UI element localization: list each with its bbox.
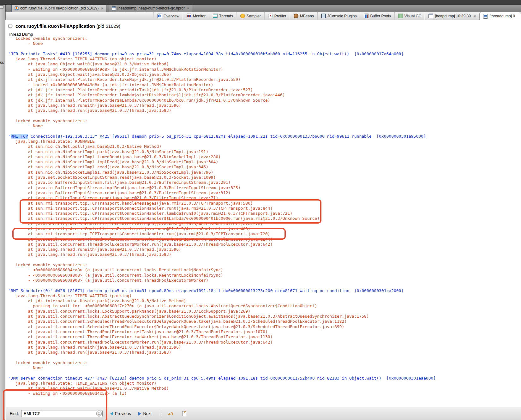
application-header: com.ruoyi.file.RuoYiFileApplication (pid… <box>6 20 521 32</box>
stack-trace-line: at sun.rmi.transport.tcp.TCPTransport$Co… <box>8 216 521 221</box>
stack-trace-line: at java.io.BufferedInputStream.fill(java… <box>8 180 521 185</box>
stack-trace-line <box>8 257 521 262</box>
stack-trace-line: java.lang.Thread.State: TIMED_WAITING (p… <box>8 293 521 298</box>
close-icon[interactable]: × <box>101 6 103 10</box>
stack-trace-line: at java.lang.Thread.run(java.base@21.0.3… <box>8 252 521 257</box>
sampler-icon <box>240 14 245 18</box>
match-case-icon[interactable]: aA <box>168 411 173 416</box>
mbeans-icon <box>294 14 298 18</box>
toolbar-item-label: Overview <box>164 14 179 18</box>
tab-heapdump[interactable]: [heapdump] heap-dump-before-gc.hprof × <box>109 5 192 12</box>
toolbar-item-label: [threaddump] 0 <box>489 14 515 18</box>
search-match-highlight: RMI TCP <box>11 134 28 139</box>
java-application-icon <box>15 6 19 10</box>
stack-trace-line: at java.io.FilterInputStream.read(java.b… <box>8 195 521 201</box>
stack-trace-line: at sun.nio.ch.NioSocketImpl.implRead(jav… <box>8 159 521 165</box>
toolbar-item-mbeans[interactable]: MBeans <box>290 12 317 20</box>
monitor-icon <box>187 14 191 18</box>
stack-trace-line: at java.util.concurrent.ThreadPoolExecut… <box>8 329 521 334</box>
toolbar-item-label: [heapdump] 10:39:39 <box>435 14 470 18</box>
stack-trace-line: - <0x0000000686004ca8> (a java.util.conc… <box>8 267 521 273</box>
toolbar-item-jconsole-plugins[interactable]: JConsole Plugins <box>317 12 360 20</box>
stack-trace-line: at java.util.concurrent.ScheduledThreadP… <box>8 319 521 324</box>
panel-title: Thread Dump <box>8 32 33 37</box>
close-icon[interactable]: × <box>187 6 189 10</box>
stack-trace-line: at java.lang.Object.wait0(java.base@21.0… <box>8 62 521 67</box>
toolbar-item--threaddump-0[interactable]: [threaddump] 0 <box>479 12 521 20</box>
toolbar-item-sampler[interactable]: Sampler <box>237 12 264 20</box>
stack-trace-line: at java.lang.Thread.run(java.base@21.0.3… <box>8 108 521 113</box>
loading-spinner-icon <box>8 24 13 28</box>
next-button[interactable]: Next <box>138 411 152 416</box>
find-input[interactable]: RMI TCP ˄˅ <box>21 410 103 417</box>
stack-trace-line: at sun.rmi.transport.tcp.TCPTransport$Co… <box>8 206 521 211</box>
find-bar: Find: RMI TCP ˄˅ Previous Next aA <box>6 407 521 420</box>
stack-trace-line: at sun.nio.ch.Net.poll(java.base@21.0.3/… <box>8 144 521 149</box>
toolbar-item-visual-gc[interactable]: Visual GC <box>394 12 425 20</box>
background-window-strip <box>0 5 5 420</box>
stack-trace-line: - waiting on <0x00000006860d49d8> (a jdk… <box>8 67 521 72</box>
stack-trace-line: at java.util.concurrent.ThreadPoolExecut… <box>8 340 521 345</box>
toolbar-separator <box>160 410 160 417</box>
stack-trace-line: java.lang.Thread.State: RUNNABLE <box>8 139 521 144</box>
thread-dump-text[interactable]: Locked ownable synchronizers: - None "JF… <box>6 36 521 407</box>
stack-trace-line: at java.lang.Thread.runWith(java.base@21… <box>8 345 521 350</box>
find-input-value: RMI TCP <box>24 411 40 416</box>
highlight-results-icon[interactable] <box>182 411 186 416</box>
stack-trace-line <box>8 129 521 134</box>
stack-trace-line <box>8 283 521 288</box>
toolbar-item-monitor[interactable]: Monitor <box>183 12 209 20</box>
toolbar-item-threads[interactable]: Threads <box>209 12 237 20</box>
stack-trace-line: - <0x000000068600a908> (a java.util.conc… <box>8 278 521 283</box>
toolbar-item-label: Profiler <box>274 14 286 18</box>
jconsole-plugins-icon <box>321 14 326 18</box>
page-title: com.ruoyi.file.RuoYiFileApplication (pid… <box>15 23 120 29</box>
stack-trace-line: at jdk.jfr.internal.PlatformRecorder.lam… <box>8 93 521 98</box>
toolbar-item-profiler[interactable]: Profiler <box>264 12 290 20</box>
toolbar-item-label: Visual GC <box>404 14 422 18</box>
stack-trace-line: at jdk.jfr.internal.PlatformRecorder.per… <box>8 87 521 93</box>
stack-trace-line: at java.io.BufferedInputStream.read(java… <box>8 190 521 195</box>
stack-trace-line: Locked ownable synchronizers: <box>8 360 521 365</box>
profiler-icon <box>268 14 273 18</box>
stack-trace-line: at java.security.AccessController.execut… <box>8 221 521 226</box>
buffer-pools-icon <box>364 14 368 18</box>
stack-trace-line: - waiting on <0x00000006860d4c58> (a [I) <box>8 391 521 396</box>
toolbar-item-label: Sampler <box>247 14 261 18</box>
previous-button[interactable]: Previous <box>110 411 131 416</box>
stack-trace-line: - parking to wait for <0x0000000680f7e27… <box>8 303 521 309</box>
stack-trace-line <box>8 370 521 375</box>
previous-arrow-icon <box>110 412 113 416</box>
stack-trace-line: at jdk.internal.misc.Unsafe.park(java.ba… <box>8 298 521 303</box>
toolbar-item-label: MBeans <box>300 14 314 18</box>
document-tab-bar: com.ruoyi.file.RuoYiFileApplication (pid… <box>5 5 521 12</box>
stack-trace-line: at java.lang.Thread.runWith(java.base@21… <box>8 247 521 252</box>
toolbar-item-label: Buffer Pools <box>370 14 391 18</box>
stack-trace-line: at java.util.concurrent.ThreadPoolExecut… <box>8 334 521 339</box>
tab-application-label: com.ruoyi.file.RuoYiFileApplication (pid… <box>20 6 99 10</box>
heapdump-view-icon <box>428 14 433 18</box>
toolbar-item-label: Monitor <box>193 14 206 18</box>
close-icon[interactable]: × <box>474 14 476 18</box>
stack-trace-line: at java.util.concurrent.ScheduledThreadP… <box>8 324 521 329</box>
stack-trace-line: - None <box>8 41 521 46</box>
stack-trace-line: at sun.nio.ch.NioSocketImpl.park(java.ba… <box>8 149 521 154</box>
toolbar-item-buffer-pools[interactable]: Buffer Pools <box>360 12 394 20</box>
stack-trace-line: at java.util.concurrent.ThreadPoolExecut… <box>8 242 521 247</box>
stack-trace-line: at java.util.concurrent.ThreadPoolExecut… <box>8 237 521 242</box>
stack-trace-line: at sun.nio.ch.NioSocketImpl.read(java.ba… <box>8 165 521 170</box>
stack-trace-line: at java.io.BufferedInputStream.implRead(… <box>8 185 521 190</box>
toolbar-item--heapdump-10-39-39[interactable]: [heapdump] 10:39:39× <box>425 12 479 20</box>
tab-application[interactable]: com.ruoyi.file.RuoYiFileApplication (pid… <box>11 5 106 12</box>
stack-trace-line <box>8 46 521 51</box>
find-label: Find: <box>10 411 19 416</box>
toolbar-item-overview[interactable]: Overview <box>153 12 183 20</box>
view-toolbar: OverviewMonitorThreadsSamplerProfilerMBe… <box>5 12 521 20</box>
threaddump-view-icon <box>483 14 488 19</box>
stack-trace-line: - None <box>8 123 521 129</box>
text-caret <box>41 411 41 416</box>
stack-trace-line: Locked ownable synchronizers: <box>8 118 521 123</box>
background-window-control <box>0 5 3 9</box>
stack-trace-line <box>8 113 521 118</box>
search-history-stepper-icon[interactable]: ˄˅ <box>96 411 102 417</box>
